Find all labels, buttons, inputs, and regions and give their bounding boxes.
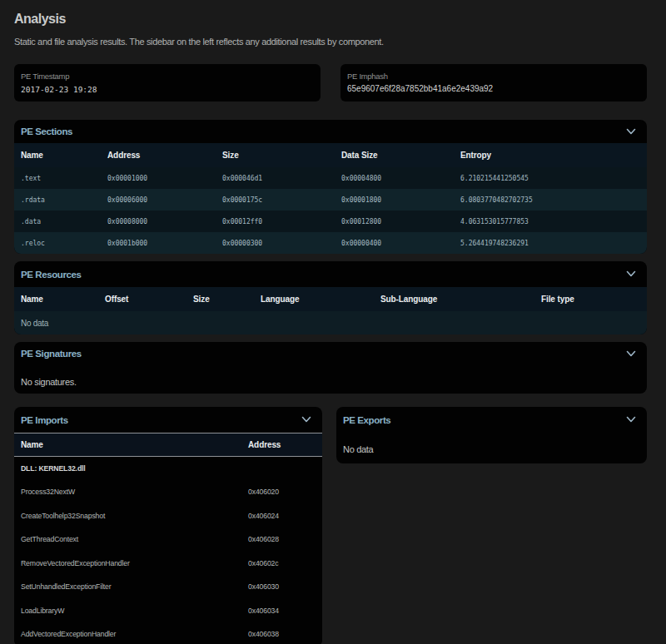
cell-import-address: 0x406028 bbox=[241, 528, 322, 552]
cell-address: 0x00006000 bbox=[101, 189, 216, 211]
pe-resources-header-row: Name Offset Size Language Sub-Language F… bbox=[14, 287, 647, 311]
pe-signatures-title: PE Signatures bbox=[21, 349, 626, 359]
chevron-down-icon[interactable] bbox=[626, 128, 636, 136]
pe-sections-panel: PE Sections Name Address Size Data Size … bbox=[14, 120, 647, 254]
pe-imports-table: Name Address DLL: KERNEL32.dll Process32… bbox=[14, 433, 322, 644]
cell-import-address: 0x406030 bbox=[241, 575, 322, 599]
cell-name: .text bbox=[14, 167, 101, 189]
table-row-empty: No data bbox=[14, 311, 647, 334]
pe-sections-header[interactable]: PE Sections bbox=[14, 120, 647, 143]
pe-resources-panel: PE Resources Name Offset Size Language S… bbox=[14, 261, 647, 334]
pe-exports-title: PE Exports bbox=[343, 415, 626, 425]
page-title: Analysis bbox=[14, 12, 647, 27]
cell-entropy: 6.210215441250545 bbox=[454, 167, 647, 189]
column-header: Name bbox=[14, 143, 101, 167]
table-row: SetUnhandledExceptionFilter 0x406030 bbox=[14, 575, 322, 599]
cell-import-address: 0x406020 bbox=[241, 480, 322, 504]
cell-address: 0x0001b000 bbox=[101, 232, 216, 254]
no-data-cell: No data bbox=[14, 311, 647, 334]
table-row: .rdata 0x00006000 0x0000175c 0x00001800 … bbox=[14, 189, 647, 211]
cell-import-name: CreateToolhelp32Snapshot bbox=[14, 504, 241, 528]
dll-label: DLL: KERNEL32.dll bbox=[14, 457, 322, 481]
cell-import-address: 0x406034 bbox=[241, 599, 322, 623]
cell-data-size: 0x00012800 bbox=[335, 211, 454, 232]
pe-imphash-label: PE Imphash bbox=[347, 72, 640, 81]
cell-name: .rdata bbox=[14, 189, 101, 211]
pe-timestamp-card: PE Timestamp 2017-02-23 19:28 bbox=[14, 64, 321, 102]
pe-resources-header[interactable]: PE Resources bbox=[14, 261, 647, 287]
cell-size: 0x00000300 bbox=[216, 232, 335, 254]
pe-resources-table: Name Offset Size Language Sub-Language F… bbox=[14, 287, 647, 334]
column-header: Language bbox=[254, 287, 374, 311]
column-header: Address bbox=[241, 433, 322, 457]
cell-entropy: 5.264419748236291 bbox=[454, 232, 647, 254]
cell-address: 0x00001000 bbox=[101, 167, 216, 189]
pe-sections-header-row: Name Address Size Data Size Entropy bbox=[14, 143, 647, 167]
cell-entropy: 6.0803770482702735 bbox=[454, 189, 647, 211]
cell-data-size: 0x00000400 bbox=[335, 232, 454, 254]
pe-signatures-header[interactable]: PE Signatures bbox=[14, 342, 647, 365]
column-header: Address bbox=[101, 143, 216, 167]
table-row: .reloc 0x0001b000 0x00000300 0x00000400 … bbox=[14, 232, 647, 254]
pe-imports-header[interactable]: PE Imports bbox=[14, 407, 322, 433]
pe-sections-title: PE Sections bbox=[21, 126, 626, 136]
pe-timestamp-label: PE Timestamp bbox=[21, 72, 314, 81]
cell-import-name: LoadLibraryW bbox=[14, 599, 241, 623]
page-subtitle: Static and file analysis results. The si… bbox=[14, 37, 647, 47]
cell-name: .reloc bbox=[14, 232, 101, 254]
column-header: Size bbox=[186, 287, 254, 311]
pe-sections-table: Name Address Size Data Size Entropy .tex… bbox=[14, 143, 647, 254]
cell-import-name: GetThreadContext bbox=[14, 528, 241, 552]
column-header: Size bbox=[216, 143, 335, 167]
column-header: Entropy bbox=[454, 143, 647, 167]
pe-imphash-value: 65e9607e6f28a7852bb41a6e2e439a92 bbox=[347, 84, 640, 93]
table-row: GetThreadContext 0x406028 bbox=[14, 528, 322, 552]
cell-size: 0x00012ff0 bbox=[216, 211, 335, 232]
pe-imports-title: PE Imports bbox=[21, 415, 301, 425]
pe-timestamp-value: 2017-02-23 19:28 bbox=[21, 85, 314, 94]
column-header: Data Size bbox=[335, 143, 454, 167]
table-row: AddVectoredExceptionHandler 0x406038 bbox=[14, 622, 322, 644]
column-header: Sub-Language bbox=[374, 287, 534, 311]
cell-import-address: 0x40602c bbox=[241, 552, 322, 576]
pe-imports-panel: PE Imports Name Address DLL: KERNEL32.dl… bbox=[14, 407, 322, 644]
table-row: .text 0x00001000 0x000046d1 0x00004800 6… bbox=[14, 167, 647, 189]
cell-import-name: SetUnhandledExceptionFilter bbox=[14, 575, 241, 599]
pe-resources-title: PE Resources bbox=[21, 270, 626, 280]
cell-import-address: 0x406038 bbox=[241, 622, 322, 644]
pe-signatures-empty-text: No signatures. bbox=[14, 365, 647, 394]
chevron-down-icon[interactable] bbox=[626, 350, 636, 358]
pe-exports-empty-text: No data bbox=[336, 433, 647, 463]
cell-import-address: 0x406024 bbox=[241, 504, 322, 528]
cell-import-name: Process32NextW bbox=[14, 480, 241, 504]
chevron-down-icon[interactable] bbox=[301, 416, 311, 424]
column-header: Name bbox=[14, 287, 98, 311]
cell-address: 0x00008000 bbox=[101, 211, 216, 232]
column-header: Name bbox=[14, 433, 241, 457]
analysis-page: Analysis Static and file analysis result… bbox=[0, 12, 666, 644]
dll-row: DLL: KERNEL32.dll bbox=[14, 457, 322, 481]
pe-signatures-panel: PE Signatures No signatures. bbox=[14, 342, 647, 394]
cell-data-size: 0x00004800 bbox=[335, 167, 454, 189]
table-row: RemoveVectoredExceptionHandler 0x40602c bbox=[14, 552, 322, 576]
summary-cards: PE Timestamp 2017-02-23 19:28 PE Imphash… bbox=[14, 64, 647, 102]
pe-exports-header[interactable]: PE Exports bbox=[336, 407, 647, 433]
cell-name: .data bbox=[14, 211, 101, 232]
cell-size: 0x0000175c bbox=[216, 189, 335, 211]
cell-data-size: 0x00001800 bbox=[335, 189, 454, 211]
table-row: CreateToolhelp32Snapshot 0x406024 bbox=[14, 504, 322, 528]
column-header: File type bbox=[534, 287, 647, 311]
pe-exports-panel: PE Exports No data bbox=[336, 407, 647, 463]
cell-size: 0x000046d1 bbox=[216, 167, 335, 189]
table-row: Process32NextW 0x406020 bbox=[14, 480, 322, 504]
chevron-down-icon[interactable] bbox=[626, 270, 636, 278]
column-header: Offset bbox=[98, 287, 186, 311]
cell-import-name: AddVectoredExceptionHandler bbox=[14, 622, 241, 644]
table-row: LoadLibraryW 0x406034 bbox=[14, 599, 322, 623]
pe-imports-header-row: Name Address bbox=[14, 433, 322, 457]
table-row: .data 0x00008000 0x00012ff0 0x00012800 4… bbox=[14, 211, 647, 232]
pe-imphash-card: PE Imphash 65e9607e6f28a7852bb41a6e2e439… bbox=[340, 64, 647, 102]
chevron-down-icon[interactable] bbox=[626, 416, 636, 424]
cell-import-name: RemoveVectoredExceptionHandler bbox=[14, 552, 241, 576]
cell-entropy: 4.063153015777853 bbox=[454, 211, 647, 232]
